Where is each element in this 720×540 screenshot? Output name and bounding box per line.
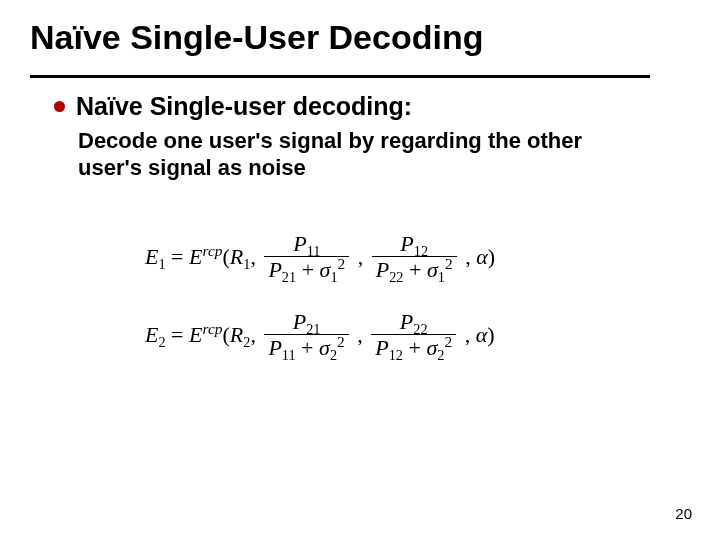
equation-1: E1 = Ercp(R1, P11 P21 + σ12 , P12 P22 + … (145, 232, 495, 281)
eq2-f2-num-var: P (400, 309, 413, 334)
eq2-f1-den-l-var: P (268, 335, 281, 360)
eq2-tail-var: α (476, 322, 488, 347)
eq1-lhs-var: E (145, 244, 158, 269)
eq2-f2-den-l-var: P (375, 335, 388, 360)
eq1-arg0-var: R (230, 244, 243, 269)
eq1-f2-den-r-sub: 1 (438, 269, 445, 285)
eq1-f2-den-l-var: P (376, 257, 389, 282)
eq1-f2-num-var: P (400, 231, 413, 256)
eq1-arg0-sub: 1 (243, 256, 250, 272)
title-underline (30, 75, 650, 78)
eq2-f1-den-l-sub: 11 (282, 347, 296, 363)
eq2-f2-den-l-sub: 12 (389, 347, 403, 363)
equation-2: E2 = Ercp(R2, P21 P11 + σ22 , P22 P12 + … (145, 310, 495, 359)
eq2-f1-den-r-sub: 2 (330, 347, 337, 363)
eq2-frac-2: P22 P12 + σ22 (371, 310, 456, 359)
eq2-frac-1: P21 P11 + σ22 (264, 310, 348, 359)
bullet-icon (54, 101, 65, 112)
eq2-f2-den-r-var: σ (426, 335, 437, 360)
slide-title: Naïve Single-User Decoding (30, 18, 483, 57)
bullet-item: Naïve Single-user decoding: (54, 92, 412, 121)
eq2-lhs-sub: 2 (158, 334, 165, 350)
eq1-frac-2: P12 P22 + σ12 (372, 232, 457, 281)
eq1-func-base: E (189, 244, 202, 269)
eq2-f1-den-r-var: σ (319, 335, 330, 360)
eq2-func-base: E (189, 322, 202, 347)
eq1-f1-num-var: P (293, 231, 306, 256)
page-number: 20 (675, 505, 692, 522)
eq1-func-sup: rcp (202, 241, 222, 258)
eq1-lhs-sub: 1 (158, 256, 165, 272)
eq2-lhs-var: E (145, 322, 158, 347)
slide: Naïve Single-User Decoding Naïve Single-… (0, 0, 720, 540)
bullet-heading: Naïve Single-user decoding: (76, 92, 412, 121)
body-text: Decode one user's signal by regarding th… (78, 128, 638, 182)
eq2-func-sup: rcp (202, 319, 222, 336)
eq1-f1-den-l-sub: 21 (282, 269, 296, 285)
eq1-tail-var: α (476, 244, 488, 269)
eq1-f1-den-r-sub: 1 (330, 269, 337, 285)
eq2-arg0-var: R (230, 322, 243, 347)
eq2-arg0-sub: 2 (243, 334, 250, 350)
eq1-frac-1: P11 P21 + σ12 (264, 232, 349, 281)
eq1-f1-den-r-var: σ (320, 257, 331, 282)
eq1-f2-den-l-sub: 22 (389, 269, 403, 285)
eq1-f2-den-r-var: σ (427, 257, 438, 282)
eq2-f1-num-var: P (293, 309, 306, 334)
eq1-f1-den-l-var: P (268, 257, 281, 282)
